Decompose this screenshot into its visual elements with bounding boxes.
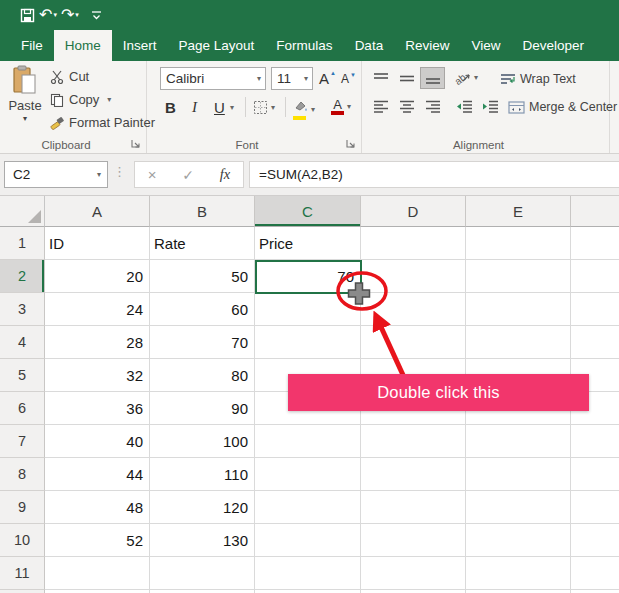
row-header[interactable]: 6	[0, 392, 45, 425]
format-painter-button[interactable]: Format Painter	[50, 115, 155, 130]
cell-A11[interactable]	[45, 557, 150, 590]
cell-E7[interactable]	[466, 425, 571, 458]
tab-review[interactable]: Review	[394, 30, 460, 61]
name-box[interactable]: C2 ▾	[4, 161, 108, 188]
cell-B6[interactable]: 90	[150, 392, 255, 425]
merge-center-button[interactable]: Merge & Center ▾	[508, 100, 619, 114]
save-button[interactable]	[20, 8, 35, 23]
clipboard-dialog-launcher[interactable]	[130, 138, 141, 149]
row-header[interactable]: 1	[0, 227, 45, 260]
cell-F5[interactable]	[571, 359, 619, 392]
cell-A9[interactable]: 48	[45, 491, 150, 524]
decrease-indent-button[interactable]	[452, 95, 477, 117]
cell-E9[interactable]	[466, 491, 571, 524]
cell-C5[interactable]	[255, 359, 361, 392]
tab-home[interactable]: Home	[54, 30, 112, 61]
cell-E1[interactable]	[466, 227, 571, 260]
tab-view[interactable]: View	[460, 30, 511, 61]
cell-B9[interactable]: 120	[150, 491, 255, 524]
cell-C2[interactable]: 70	[255, 260, 361, 293]
cell-E11[interactable]	[466, 557, 571, 590]
cell-A6[interactable]: 36	[45, 392, 150, 425]
tab-page-layout[interactable]: Page Layout	[168, 30, 266, 61]
cell-E5[interactable]	[466, 359, 571, 392]
cell-B7[interactable]: 100	[150, 425, 255, 458]
tab-developer[interactable]: Developer	[511, 30, 595, 61]
col-header-d[interactable]: D	[361, 196, 466, 227]
cell-B5[interactable]: 80	[150, 359, 255, 392]
middle-align-button[interactable]	[394, 67, 419, 89]
insert-function-icon[interactable]: fx	[220, 166, 230, 183]
cell-D6[interactable]	[361, 392, 466, 425]
cell-A1[interactable]: ID	[45, 227, 150, 260]
col-header-c[interactable]: C	[255, 196, 361, 227]
increase-font-size-button[interactable]: A ▲	[319, 70, 336, 87]
copy-caret-icon[interactable]: ▾	[107, 95, 111, 104]
fill-color-button[interactable]: ▾	[293, 98, 315, 120]
cell-A7[interactable]: 40	[45, 425, 150, 458]
tab-file[interactable]: File	[10, 30, 54, 61]
font-color-button[interactable]: A ▾	[331, 98, 351, 115]
cell-C8[interactable]	[255, 458, 361, 491]
cell-D2[interactable]	[361, 260, 466, 293]
cell-C11[interactable]	[255, 557, 361, 590]
undo-caret-icon[interactable]: ▾	[53, 11, 57, 19]
top-align-button[interactable]	[368, 67, 393, 89]
row-header[interactable]: 9	[0, 491, 45, 524]
underline-caret-icon[interactable]: ▾	[230, 95, 234, 119]
font-dialog-launcher[interactable]	[345, 138, 356, 149]
align-right-button[interactable]	[420, 95, 445, 117]
redo-button[interactable]: ↷ ▾	[61, 7, 79, 23]
customize-qat-button[interactable]	[91, 10, 102, 21]
paste-caret-icon[interactable]: ▾	[23, 114, 27, 123]
cell-F11[interactable]	[571, 557, 619, 590]
cell-D10[interactable]	[361, 524, 466, 557]
borders-button[interactable]: ▾	[253, 100, 275, 115]
cell-F6[interactable]	[571, 392, 619, 425]
cell-B2[interactable]: 50	[150, 260, 255, 293]
col-header-b[interactable]: B	[150, 196, 255, 227]
cell-D1[interactable]	[361, 227, 466, 260]
cell-C4[interactable]	[255, 326, 361, 359]
cell-C3[interactable]	[255, 293, 361, 326]
cell-D11[interactable]	[361, 557, 466, 590]
cell-C6[interactable]	[255, 392, 361, 425]
cell-E2[interactable]	[466, 260, 571, 293]
cell-A10[interactable]: 52	[45, 524, 150, 557]
name-box-caret-icon[interactable]: ▾	[97, 170, 107, 179]
cell-F3[interactable]	[571, 293, 619, 326]
row-header[interactable]: 7	[0, 425, 45, 458]
cell-B4[interactable]: 70	[150, 326, 255, 359]
cell-F1[interactable]	[571, 227, 619, 260]
redo-caret-icon[interactable]: ▾	[75, 11, 79, 19]
cell-D5[interactable]	[361, 359, 466, 392]
cell-F4[interactable]	[571, 326, 619, 359]
row-header[interactable]: 10	[0, 524, 45, 557]
bold-button[interactable]: B	[165, 95, 176, 119]
cell-D4[interactable]	[361, 326, 466, 359]
cell-C1[interactable]: Price	[255, 227, 361, 260]
col-header-e[interactable]: E	[466, 196, 571, 227]
cancel-icon[interactable]: ×	[148, 166, 157, 183]
cell-D3[interactable]	[361, 293, 466, 326]
cell-E4[interactable]	[466, 326, 571, 359]
cell-F9[interactable]	[571, 491, 619, 524]
italic-button[interactable]: I	[192, 95, 197, 119]
font-size-select[interactable]: 11 ▾	[271, 67, 313, 90]
select-all-corner[interactable]	[0, 196, 45, 227]
enter-icon[interactable]: ✓	[182, 167, 194, 183]
cell-E3[interactable]	[466, 293, 571, 326]
underline-button[interactable]: U	[214, 95, 225, 119]
cell-C10[interactable]	[255, 524, 361, 557]
paste-button[interactable]: Paste ▾	[4, 65, 46, 137]
orientation-button[interactable]: ab ▾	[454, 70, 478, 85]
tab-formulas[interactable]: Formulas	[265, 30, 343, 61]
formula-bar-handle[interactable]: ⋮	[113, 164, 126, 179]
copy-button[interactable]: Copy ▾	[50, 92, 111, 107]
cell-E10[interactable]	[466, 524, 571, 557]
font-name-select[interactable]: Calibri ▾	[160, 67, 266, 90]
cell-F7[interactable]	[571, 425, 619, 458]
cell-A3[interactable]: 24	[45, 293, 150, 326]
cell-E8[interactable]	[466, 458, 571, 491]
cell-F10[interactable]	[571, 524, 619, 557]
